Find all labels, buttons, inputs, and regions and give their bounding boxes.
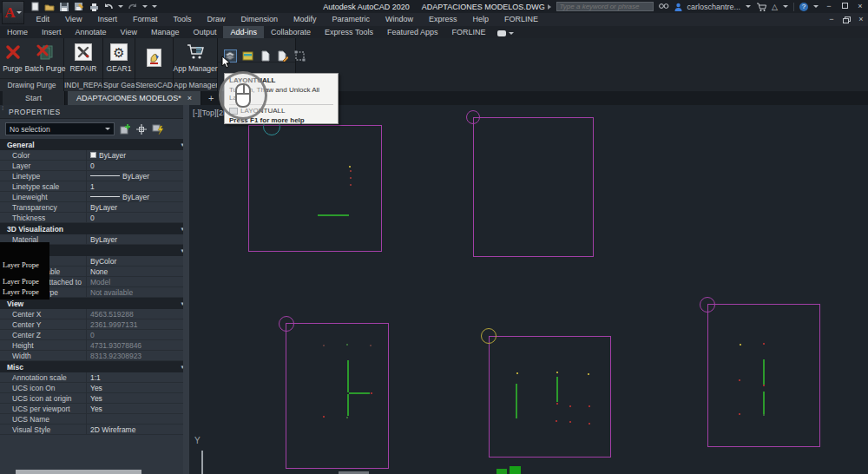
- panel-label[interactable]: INDI_REPAIR: [64, 78, 102, 91]
- panel-label[interactable]: App Manager: [174, 78, 217, 91]
- drawing-dot[interactable]: [739, 413, 740, 415]
- property-value[interactable]: ByColor: [87, 257, 189, 266]
- drawing-rectangle[interactable]: [473, 117, 594, 257]
- open-icon[interactable]: [44, 2, 55, 11]
- new-drawing-icon[interactable]: [30, 2, 40, 11]
- property-value[interactable]: ByLayer: [87, 151, 189, 160]
- maximize-button[interactable]: [839, 0, 850, 13]
- menu-item[interactable]: Dimension: [233, 13, 286, 26]
- property-row[interactable]: UCS per viewportYes: [0, 404, 189, 414]
- drawing-dot[interactable]: [350, 170, 352, 172]
- drawing-circle[interactable]: [700, 297, 715, 313]
- property-value[interactable]: 4563.519288: [87, 310, 189, 319]
- property-value[interactable]: 0: [87, 161, 189, 170]
- doc-minimize-button[interactable]: −: [826, 13, 837, 26]
- drawing-line[interactable]: [347, 394, 349, 416]
- menu-item[interactable]: FORLINE: [496, 13, 546, 26]
- drawing-dot[interactable]: [516, 372, 518, 374]
- drawing-dot[interactable]: [763, 385, 765, 386]
- drawing-solid[interactable]: [496, 469, 507, 474]
- drawing-rectangle[interactable]: [286, 323, 389, 469]
- qat-customize-icon[interactable]: [152, 5, 157, 8]
- drawing-line[interactable]: [516, 384, 517, 418]
- select-objects-icon[interactable]: [135, 123, 148, 135]
- file-tab-start[interactable]: Start: [3, 91, 65, 105]
- drawing-dot[interactable]: [323, 345, 325, 346]
- drawing-dot[interactable]: [350, 184, 352, 186]
- drawing-rectangle[interactable]: [489, 336, 611, 458]
- property-value[interactable]: ByLayer: [87, 193, 189, 201]
- redo-icon[interactable]: [128, 2, 138, 11]
- section-header[interactable]: Misc▾: [0, 361, 189, 372]
- property-value[interactable]: 2361.9997131: [87, 320, 189, 329]
- property-value[interactable]: 2D Wireframe: [87, 425, 189, 434]
- menu-item[interactable]: Tools: [165, 13, 199, 26]
- save-as-icon[interactable]: [74, 2, 84, 11]
- user-name[interactable]: carloschantre...: [687, 3, 741, 11]
- menu-item[interactable]: Window: [378, 13, 421, 26]
- property-value[interactable]: ByLayer: [87, 172, 189, 181]
- stereocad-button[interactable]: [135, 45, 173, 69]
- property-row[interactable]: UCS icon OnYes: [0, 383, 189, 393]
- palette-grip[interactable]: ⁞: [2, 107, 3, 110]
- selection-dropdown[interactable]: No selection: [5, 122, 115, 135]
- drawing-dot[interactable]: [569, 421, 571, 423]
- new-tab-button[interactable]: +: [204, 91, 218, 105]
- doc-restore-button[interactable]: [843, 16, 850, 23]
- menu-item[interactable]: Draw: [199, 13, 233, 26]
- property-row[interactable]: UCS Name: [0, 414, 189, 425]
- ribbon-tab[interactable]: Manage: [144, 26, 187, 38]
- property-row[interactable]: Height4731.93078846: [0, 340, 189, 351]
- drawing-dot[interactable]: [763, 414, 765, 416]
- property-value[interactable]: 0: [87, 331, 189, 339]
- ribbon-tab[interactable]: FORLINE: [444, 26, 492, 38]
- drawing-line[interactable]: [763, 359, 765, 385]
- property-value[interactable]: None: [87, 267, 189, 276]
- property-value[interactable]: 1: [87, 182, 189, 191]
- ribbon-tab[interactable]: Add-ins: [223, 26, 264, 38]
- property-row[interactable]: Annotation scale1:1: [0, 372, 189, 383]
- drawing-line[interactable]: [763, 392, 765, 415]
- ribbon-display-toggle[interactable]: [497, 30, 514, 38]
- drawing-line[interactable]: [556, 377, 558, 402]
- drawing-dot[interactable]: [589, 405, 590, 407]
- drawing-dot[interactable]: [569, 405, 571, 407]
- drawing-line[interactable]: [318, 214, 349, 216]
- search-input[interactable]: [556, 2, 654, 11]
- menu-item[interactable]: Format: [125, 13, 166, 26]
- drawing-dot[interactable]: [346, 344, 348, 346]
- property-value[interactable]: 0: [87, 214, 189, 222]
- drawing-solid[interactable]: [510, 466, 521, 474]
- menu-item[interactable]: Insert: [89, 13, 125, 26]
- tab-close-icon[interactable]: ×: [187, 94, 192, 102]
- property-value[interactable]: Model: [87, 278, 189, 286]
- drawing-dot[interactable]: [589, 423, 590, 425]
- document-icon[interactable]: [260, 50, 271, 62]
- property-value[interactable]: ByLayer: [87, 235, 189, 244]
- app-dropdown-icon[interactable]: [783, 5, 788, 8]
- quick-select-icon[interactable]: [152, 123, 164, 135]
- drawing-rectangle[interactable]: [248, 125, 382, 252]
- minimize-button[interactable]: −: [824, 0, 834, 13]
- app-store-cart-icon[interactable]: [756, 3, 766, 11]
- property-row[interactable]: Visual Style2D Wireframe: [0, 425, 189, 435]
- property-row[interactable]: Width8313.92308923: [0, 351, 189, 361]
- menu-item[interactable]: Express: [421, 13, 465, 26]
- property-value[interactable]: 4731.93078846: [87, 341, 189, 350]
- viewport-icon[interactable]: [294, 50, 306, 62]
- drawing-line[interactable]: [349, 392, 370, 394]
- property-row[interactable]: Linetype scale1: [0, 181, 189, 192]
- drawing-line[interactable]: [347, 360, 349, 392]
- ribbon-tab[interactable]: Collaborate: [264, 26, 318, 38]
- property-value[interactable]: Yes: [87, 384, 189, 392]
- panel-label[interactable]: Drawing Purge: [0, 78, 63, 91]
- drawing-dot[interactable]: [346, 417, 348, 418]
- autodesk-app-icon[interactable]: △: [772, 3, 778, 11]
- property-row[interactable]: TransparencyByLayer: [0, 202, 189, 213]
- drawing-dot[interactable]: [350, 177, 352, 179]
- drawing-canvas[interactable]: [-][Top][2D Wireframe] Y: [189, 105, 868, 474]
- property-value[interactable]: Yes: [87, 405, 189, 413]
- palette-resize-bar[interactable]: [16, 470, 141, 474]
- ribbon-tab[interactable]: Featured Apps: [380, 26, 445, 38]
- property-value[interactable]: 1:1: [87, 373, 189, 382]
